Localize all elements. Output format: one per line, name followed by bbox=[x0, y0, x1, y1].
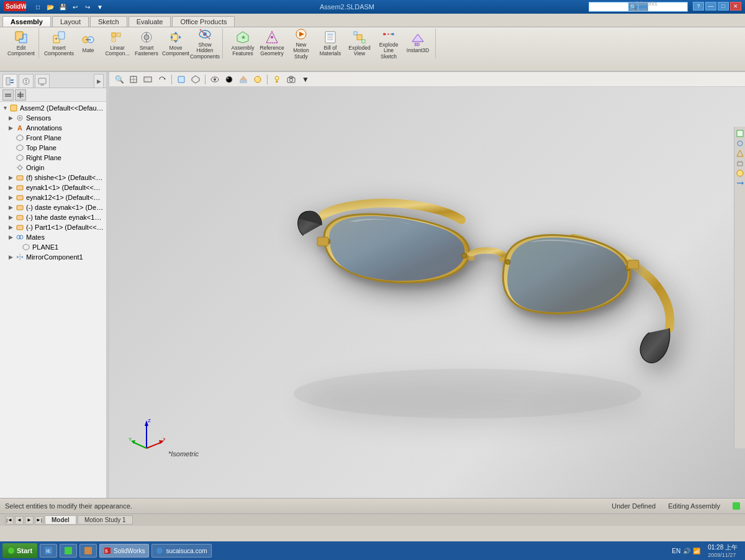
tab-layout[interactable]: Layout bbox=[52, 16, 89, 27]
maximize-btn[interactable]: □ bbox=[718, 2, 729, 11]
tree-item-plane1[interactable]: PLANE1 bbox=[0, 242, 106, 252]
tree-item-annotations[interactable]: ▶ A Annotations bbox=[0, 123, 106, 133]
tree-item-front-plane[interactable]: Front Plane bbox=[0, 133, 106, 143]
tree-item-mirror1[interactable]: ▶ MirrorComponent1 bbox=[0, 252, 106, 262]
taskbar-browser[interactable]: sucaisuca.com bbox=[151, 544, 211, 558]
btn-bill-of-materials[interactable]: Bill ofMaterials bbox=[317, 32, 344, 55]
tree-expand-shishe1: ▶ bbox=[9, 174, 15, 181]
bnav-next[interactable]: ► bbox=[25, 516, 34, 525]
tree-item-shishe1[interactable]: ▶ (f) shishe<1> (Default<As M. bbox=[0, 173, 106, 183]
btn-show-hidden-label: ShowHiddenComponents bbox=[190, 42, 220, 60]
btn-exploded-view[interactable]: ExplodedView bbox=[346, 32, 373, 55]
qa-save[interactable]: 💾 bbox=[57, 1, 68, 12]
right-icon-6[interactable] bbox=[736, 179, 744, 187]
panel-tab-arrow[interactable]: ▶ bbox=[94, 74, 104, 88]
viewport[interactable]: 🔍 ⬚ bbox=[109, 72, 745, 498]
ribbon-group-buttons-features: ★ AssemblyFeatures ReferenceGeometry New… bbox=[229, 30, 431, 57]
tree-item-part1[interactable]: ▶ (-) Part1<1> (Default<<Defa bbox=[0, 222, 106, 232]
tree-item-top-plane[interactable]: Top Plane bbox=[0, 143, 106, 153]
svg-marker-44 bbox=[412, 34, 423, 42]
vt-appearance[interactable] bbox=[223, 74, 235, 85]
btn-linear-component[interactable]: LinearCompon... bbox=[104, 32, 131, 55]
tree-item-daste-eynak1[interactable]: ▶ (-) daste eynak<1> (Default< bbox=[0, 202, 106, 212]
qa-options[interactable]: ▼ bbox=[94, 1, 106, 12]
vt-view-orientation[interactable] bbox=[189, 74, 202, 85]
btn-assembly-features[interactable]: ★ AssemblyFeatures bbox=[229, 32, 256, 55]
bottom-tab-model[interactable]: Model bbox=[45, 515, 76, 525]
bottom-tab-motion-study[interactable]: Motion Study 1 bbox=[78, 515, 133, 525]
btn-exploded-view-label: ExplodedView bbox=[348, 45, 370, 57]
btn-instant3d[interactable]: 3D Instant3D bbox=[404, 32, 431, 55]
panel-tab-properties[interactable] bbox=[19, 74, 34, 88]
svg-point-105 bbox=[294, 369, 641, 418]
taskbar-quicklaunch-3[interactable] bbox=[79, 544, 97, 558]
vt-scene[interactable] bbox=[237, 74, 250, 85]
tree-item-tahe-daste[interactable]: ▶ (-) tahe daste eynak<1> (Def bbox=[0, 212, 106, 222]
tab-sketch[interactable]: Sketch bbox=[90, 16, 127, 27]
qa-open[interactable]: 📂 bbox=[45, 1, 56, 12]
vt-rotate[interactable] bbox=[156, 74, 168, 85]
svg-text:S: S bbox=[105, 549, 108, 553]
tree-label-mirror1: MirrorComponent1 bbox=[26, 253, 83, 261]
taskbar-solidworks[interactable]: S SolidWorks bbox=[99, 544, 149, 558]
minimize-btn[interactable]: — bbox=[705, 2, 716, 11]
bnav-last[interactable]: ►| bbox=[35, 516, 43, 525]
tab-office-products[interactable]: Office Products bbox=[172, 16, 235, 27]
right-icon-2[interactable] bbox=[736, 139, 744, 148]
svg-rect-123 bbox=[737, 130, 743, 137]
right-icon-1[interactable] bbox=[736, 129, 744, 138]
taskbar-quicklaunch-1[interactable]: IE bbox=[40, 544, 57, 558]
btn-edit-component[interactable]: EditComponent bbox=[7, 32, 35, 55]
qa-redo[interactable]: ↪ bbox=[82, 1, 93, 12]
tree-item-eynak12[interactable]: ▶ eynak12<1> (Default<As Ma bbox=[0, 192, 106, 202]
svg-rect-74 bbox=[17, 205, 23, 210]
panel-tab-display[interactable] bbox=[35, 74, 50, 88]
tree-icon-annotations: A bbox=[16, 124, 24, 132]
tree-item-root[interactable]: ▼ Assem2 (Default<<Default>_Ap bbox=[0, 103, 106, 113]
coordinate-axes: Z X Y bbox=[128, 417, 165, 454]
btn-smart-fasteners[interactable]: SmartFasteners bbox=[133, 32, 160, 55]
vt-display-mode[interactable] bbox=[175, 74, 187, 85]
tree-item-right-plane[interactable]: Right Plane bbox=[0, 153, 106, 163]
btn-show-hidden[interactable]: ShowHiddenComponents bbox=[191, 32, 219, 55]
tree-item-origin[interactable]: Origin bbox=[0, 163, 106, 173]
ribbon-group-insert: + InsertComponents Mate LinearCompon... bbox=[42, 29, 223, 58]
tree-item-mates[interactable]: ▶ Mates bbox=[0, 232, 106, 242]
svg-point-42 bbox=[383, 33, 386, 35]
btn-explode-line-sketch[interactable]: ExplodeLineSketch bbox=[375, 32, 402, 55]
right-icon-4[interactable] bbox=[736, 159, 744, 168]
bnav-first[interactable]: |◄ bbox=[5, 516, 14, 525]
start-button[interactable]: Start bbox=[2, 543, 37, 558]
tree-item-sensors[interactable]: ▶ Sensors bbox=[0, 113, 106, 123]
right-icon-3[interactable] bbox=[736, 149, 744, 158]
pt-btn-collapse[interactable] bbox=[2, 89, 14, 101]
help-btn[interactable]: ? bbox=[693, 2, 704, 11]
vt-options[interactable]: ▼ bbox=[299, 74, 312, 85]
tab-evaluate[interactable]: Evaluate bbox=[129, 16, 171, 27]
pt-btn-expand[interactable] bbox=[15, 89, 26, 101]
tab-assembly[interactable]: Assembly bbox=[2, 16, 51, 27]
vt-realview[interactable] bbox=[251, 74, 264, 85]
close-btn[interactable]: ✕ bbox=[730, 2, 741, 11]
vt-zoom-sheet[interactable]: ⬚ bbox=[142, 74, 154, 85]
bnav-prev[interactable]: ◄ bbox=[15, 516, 24, 525]
tree-expand-eynak12: ▶ bbox=[9, 194, 15, 201]
vt-lighting[interactable] bbox=[271, 74, 283, 85]
right-icon-5[interactable] bbox=[736, 169, 744, 178]
vt-hide-show[interactable] bbox=[209, 74, 221, 85]
btn-reference-geometry[interactable]: ReferenceGeometry bbox=[258, 32, 286, 55]
qa-new[interactable]: □ bbox=[32, 1, 43, 12]
vt-zoom-in[interactable]: 🔍 bbox=[113, 74, 125, 85]
taskbar-quicklaunch-2[interactable] bbox=[60, 544, 77, 558]
vt-camera[interactable] bbox=[285, 74, 297, 85]
btn-new-motion-study[interactable]: NewMotionStudy bbox=[287, 32, 315, 55]
svg-point-43 bbox=[392, 33, 394, 35]
btn-insert-components[interactable]: + InsertComponents bbox=[45, 32, 73, 55]
svg-text:★: ★ bbox=[241, 34, 246, 40]
qa-undo[interactable]: ↩ bbox=[70, 1, 81, 12]
panel-tab-feature-tree[interactable] bbox=[2, 74, 17, 88]
tree-item-eynak1[interactable]: ▶ eynak1<1> (Default<<Defau bbox=[0, 183, 106, 192]
btn-mate[interactable]: Mate bbox=[74, 32, 102, 55]
btn-move-component[interactable]: MoveComponent bbox=[162, 32, 189, 55]
vt-zoom-fit[interactable] bbox=[127, 74, 140, 85]
